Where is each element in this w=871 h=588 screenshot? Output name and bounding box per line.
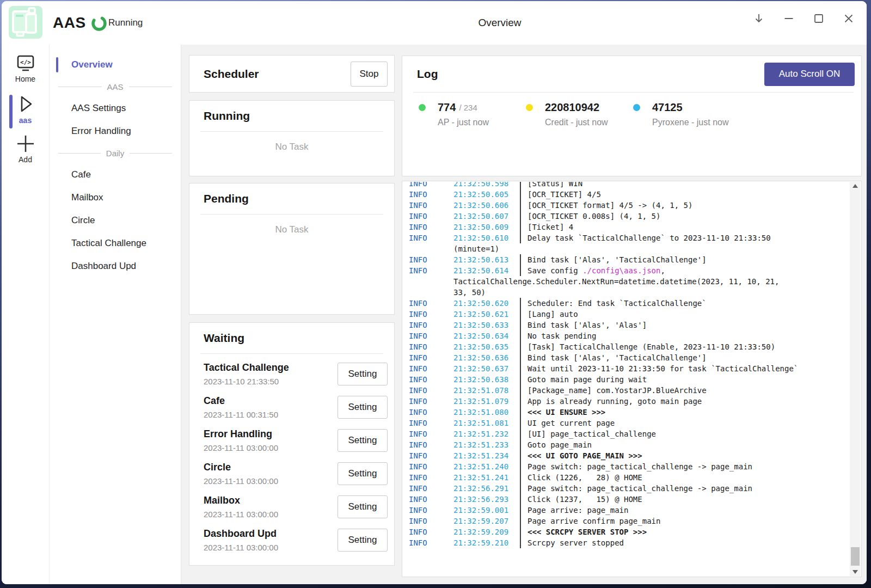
play-icon: [15, 94, 36, 114]
pending-title: Pending: [204, 192, 249, 205]
stat-label: Credit - just now: [545, 118, 633, 127]
rail-label: aas: [2, 116, 49, 125]
log-line: INFO21:32:51.081UI get current page: [409, 418, 849, 428]
log-line: INFO21:32:56.293Click (1237, 15) @ HOME: [409, 494, 849, 505]
task-setting-button[interactable]: Setting: [338, 396, 388, 419]
log-line: INFO21:32:56.291Page switch: page_tactic…: [409, 483, 849, 494]
scroll-up-icon[interactable]: [852, 184, 858, 188]
nav-section-divider: AAS: [50, 76, 181, 97]
nav-item-label: Dashboard Upd: [71, 261, 136, 272]
rail-item-add[interactable]: Add: [2, 134, 49, 164]
task-setting-button[interactable]: Setting: [338, 462, 388, 485]
running-empty-text: No Task: [189, 142, 394, 152]
nav-item[interactable]: Mailbox: [50, 186, 181, 209]
log-viewport[interactable]: INFO21:32:50.598[Status] WININFO21:32:50…: [409, 182, 849, 576]
task-name: Circle: [204, 462, 338, 473]
waiting-task-row: Cafe 2023-11-11 00:31:50 Setting: [204, 390, 388, 424]
stat-dot-icon: [419, 104, 426, 111]
nav-item-overview[interactable]: Overview: [50, 53, 181, 76]
log-line-continuation: (minute=1): [409, 243, 849, 254]
nav-item[interactable]: Dashboard Upd: [50, 255, 181, 278]
nav-item[interactable]: AAS Settings: [50, 97, 181, 120]
stat-label: Pyroxene - just now: [652, 118, 740, 127]
pending-empty-text: No Task: [189, 224, 394, 235]
task-next-run-time: 2023-11-11 00:31:50: [204, 410, 338, 419]
minimize-icon[interactable]: [774, 7, 803, 30]
log-line: INFO21:32:50.621[Lang] auto: [409, 309, 849, 320]
stat-value: 774: [438, 101, 456, 114]
maximize-icon[interactable]: [803, 7, 833, 30]
auto-scroll-button[interactable]: Auto Scroll ON: [764, 63, 855, 86]
waiting-title: Waiting: [204, 332, 244, 345]
page-title: Overview: [478, 17, 521, 29]
task-next-run-time: 2023-11-11 03:00:00: [204, 443, 338, 452]
scheduler-title: Scheduler: [204, 68, 259, 81]
log-line: INFO21:32:50.614Save config ./config\aas…: [409, 265, 849, 276]
log-line: INFO21:32:51.078[Package_name] com.Yosta…: [409, 385, 849, 396]
stat-label: AP - just now: [438, 118, 526, 127]
close-icon[interactable]: [833, 7, 863, 30]
log-line: INFO21:32:59.001Page arrive: page_main: [409, 505, 849, 516]
nav-item[interactable]: Circle: [50, 209, 181, 232]
resource-stat: 220810942 Credit - just now: [526, 101, 633, 127]
log-line: INFO21:32:50.634No task pending: [409, 330, 849, 341]
waiting-task-row: Error Handling 2023-11-11 03:00:00 Setti…: [204, 424, 388, 457]
pending-card: Pending No Task: [189, 183, 395, 315]
log-line: INFO21:32:51.233Goto page_main: [409, 439, 849, 450]
waiting-card: Waiting Tactical Challenge 2023-11-10 21…: [189, 322, 395, 566]
log-line-continuation: TacticalChallenge.Scheduler.NextRun=date…: [409, 276, 849, 287]
nav-item[interactable]: Error Handling: [50, 120, 181, 143]
rail-label: Home: [2, 75, 49, 83]
log-line: INFO21:32:59.207Page arrive confirm page…: [409, 516, 849, 526]
rail-item-home[interactable]: </> Home: [2, 54, 49, 83]
stat-suffix: / 234: [459, 103, 477, 112]
app-name: AAS: [53, 14, 86, 32]
running-spinner-icon: [91, 15, 107, 32]
task-next-run-time: 2023-11-10 21:33:50: [204, 377, 338, 386]
resource-stat: 774 / 234 AP - just now: [419, 101, 526, 127]
divider: [200, 214, 383, 215]
log-line: INFO21:32:50.636Bind task ['Alas', 'Tact…: [409, 352, 849, 363]
log-title: Log: [417, 68, 764, 81]
task-next-run-time: 2023-11-11 03:00:00: [204, 476, 338, 486]
titlebar: AAS Running Overview: [2, 1, 867, 45]
log-line: INFO21:32:59.209<<< SCRCPY SERVER STOP >…: [409, 526, 849, 537]
log-line: INFO21:32:51.079App is already running, …: [409, 396, 849, 407]
task-setting-button[interactable]: Setting: [338, 495, 388, 518]
nav-item-label: Error Handling: [71, 126, 131, 137]
task-next-run-time: 2023-11-11 03:00:00: [204, 543, 338, 552]
scrollbar-thumb[interactable]: [851, 547, 860, 566]
nav-item[interactable]: Tactical Challenge: [50, 232, 181, 255]
rail-label: Add: [2, 155, 49, 164]
stat-value: 220810942: [545, 101, 599, 114]
stop-button[interactable]: Stop: [351, 62, 388, 87]
log-line: INFO21:32:51.234<<< UI GOTO PAGE_MAIN >>…: [409, 450, 849, 461]
nav-section-divider: Daily: [50, 143, 181, 163]
nav-item-label: Mailbox: [71, 192, 103, 203]
log-scrollbar[interactable]: [850, 182, 861, 576]
log-line: INFO21:32:50.610Delay task `TacticalChal…: [409, 232, 849, 243]
download-icon[interactable]: [744, 7, 774, 30]
waiting-task-row: Mailbox 2023-11-11 03:00:00 Setting: [204, 490, 388, 523]
nav-item[interactable]: Cafe: [50, 163, 181, 186]
log-line: INFO21:32:50.613Bind task ['Alas', 'Tact…: [409, 254, 849, 265]
resource-stat: 47125 Pyroxene - just now: [633, 101, 740, 127]
log-line: INFO21:32:50.607[OCR_TICKET 0.008s] (4, …: [409, 211, 849, 222]
waiting-task-row: Dashboard Upd 2023-11-11 03:00:00 Settin…: [204, 523, 388, 556]
task-setting-button[interactable]: Setting: [338, 529, 388, 552]
log-line: INFO21:32:50.637Wait until 2023-11-10 21…: [409, 363, 849, 374]
log-line: INFO21:32:59.210Scrcpy server stopped: [409, 537, 849, 548]
task-name: Dashboard Upd: [204, 528, 338, 540]
task-setting-button[interactable]: Setting: [338, 363, 388, 385]
scheduler-status-text: Running: [108, 17, 143, 28]
task-setting-button[interactable]: Setting: [338, 429, 388, 452]
stat-value: 47125: [652, 101, 683, 114]
task-name: Tactical Challenge: [204, 362, 338, 373]
nav-item-label: Overview: [71, 59, 113, 70]
scroll-down-icon[interactable]: [852, 570, 858, 574]
nav-item-label: Circle: [71, 215, 95, 226]
window-controls: [744, 7, 863, 30]
log-line: INFO21:32:50.620Scheduler: End task `Tac…: [409, 298, 849, 309]
rail-item-aas[interactable]: aas: [2, 94, 49, 125]
nav-item-label: Cafe: [71, 169, 91, 180]
